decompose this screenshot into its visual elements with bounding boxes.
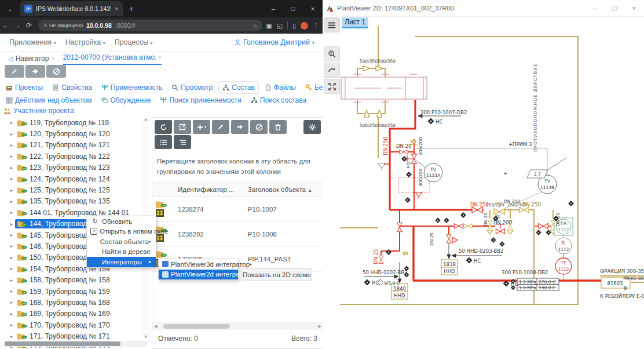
- close-button[interactable]: ×: [303, 5, 323, 12]
- close-button[interactable]: ×: [624, 5, 644, 12]
- settings-button[interactable]: [303, 120, 321, 134]
- tab-search-composition[interactable]: Поиск состава: [247, 94, 310, 106]
- expand-caret-icon[interactable]: ▸: [8, 120, 15, 125]
- tree-item[interactable]: ▸ 123, Трубопровод № 123: [3, 162, 149, 173]
- address-bar[interactable]: ⚠ Не защищено 10.0.0.98 :8080/# ☆: [38, 20, 262, 31]
- tree-item[interactable]: ▸ 120, Трубопровод № 120: [3, 128, 149, 139]
- expand-caret-icon[interactable]: ▸: [8, 143, 15, 148]
- show-on-2d-menu-item[interactable]: Показать на 2D схеме: [241, 268, 312, 281]
- tab-navigator[interactable]: ◁Навигатор×: [8, 54, 55, 65]
- maximize-button[interactable]: □: [283, 5, 303, 12]
- expand-caret-icon[interactable]: ▸: [8, 289, 15, 294]
- context-menu-item[interactable]: ↻ Обновить: [87, 216, 156, 227]
- grid-horizontal-scrollbar[interactable]: ◀▶: [152, 322, 323, 330]
- tab-close-icon[interactable]: ×: [52, 56, 54, 61]
- submenu-item[interactable]: PlantViewer2d интегратор ▸: [159, 270, 238, 280]
- side-panel-icon[interactable]: ▯: [292, 22, 296, 30]
- tab-composition[interactable]: Состав: [218, 81, 259, 94]
- open-in-window-button[interactable]: [174, 120, 191, 134]
- tab-object-actions[interactable]: Действия над объектом: [2, 94, 96, 106]
- rotate-button[interactable]: [324, 63, 340, 78]
- tree-item[interactable]: ▸ 171, Трубопровод № 171: [3, 330, 149, 341]
- tree-item[interactable]: ▸ 122, Трубопровод № 122: [3, 151, 149, 162]
- tree-item[interactable]: ▸ 158, Трубопровод № 158: [3, 274, 149, 285]
- column-header-title[interactable]: Заголовок объекта ▲: [244, 183, 323, 197]
- expand-caret-icon[interactable]: ▸: [8, 243, 15, 249]
- tree-item[interactable]: ▸ 169, Трубопровод № 169: [3, 308, 149, 319]
- tab-discussion[interactable]: Обсуждение: [98, 94, 155, 106]
- expand-caret-icon[interactable]: ▸: [8, 221, 15, 227]
- forward-action-button[interactable]: [25, 65, 45, 78]
- context-menu-item[interactable]: Найти в дереве: [87, 247, 156, 257]
- block-row-button[interactable]: [250, 120, 268, 134]
- expand-caret-icon[interactable]: ▸: [8, 232, 15, 238]
- downloads-icon[interactable]: ▣: [266, 22, 272, 30]
- tree-item[interactable]: ▸ 135, Трубопровод № 135: [3, 196, 149, 207]
- expand-caret-icon[interactable]: ▸: [8, 278, 15, 283]
- menu-applications[interactable]: Приложения ▾: [9, 38, 56, 46]
- tree-horizontal-scrollbar[interactable]: [3, 341, 147, 347]
- browser-tab[interactable]: IP IPS Webinterface 8.0.1.1429 ×: [20, 1, 123, 16]
- add-button[interactable]: ▾: [193, 120, 210, 134]
- expand-caret-icon[interactable]: ▸: [8, 322, 15, 328]
- minimize-button[interactable]: –: [585, 5, 605, 12]
- menu-button[interactable]: [324, 17, 340, 32]
- list-view-button[interactable]: [155, 135, 172, 149]
- expand-caret-icon[interactable]: ▸: [8, 300, 15, 305]
- menu-settings[interactable]: Настройка ▾: [65, 38, 105, 46]
- tab-search-applicability[interactable]: Поиск применяемости: [156, 94, 244, 106]
- tab-applicability[interactable]: Применяемость: [98, 81, 166, 94]
- expand-caret-icon[interactable]: ▸: [8, 311, 15, 317]
- block-button[interactable]: [46, 65, 66, 78]
- expand-caret-icon[interactable]: ▸: [8, 154, 15, 159]
- table-row[interactable]: 1238274 P10-1007: [152, 197, 323, 221]
- tab-close-icon[interactable]: ×: [115, 5, 118, 12]
- reload-button[interactable]: ⟳: [23, 21, 35, 30]
- refresh-button[interactable]: [155, 120, 172, 134]
- compact-view-button[interactable]: [174, 135, 191, 149]
- move-button[interactable]: [231, 120, 248, 134]
- tree-item[interactable]: ▸ 124, Трубопровод № 124: [3, 173, 149, 184]
- tree-item[interactable]: ▸ 170, Трубопровод № 170: [3, 319, 149, 330]
- tab-document[interactable]: 2012-00700 (Установка атмо...×: [63, 53, 162, 65]
- context-menu-item[interactable]: Интеграторы ▸: [87, 257, 156, 267]
- user-menu[interactable]: Голованов Дмитрий ▾: [235, 38, 314, 46]
- context-menu-item[interactable]: ↗ Открыть в новом окне: [87, 227, 156, 237]
- new-tab-button[interactable]: +: [129, 4, 133, 13]
- scroll-up-icon[interactable]: ▲: [144, 117, 148, 121]
- expand-caret-icon[interactable]: ▸: [8, 210, 15, 215]
- context-menu-item[interactable]: Состав объекта ▸: [87, 237, 156, 247]
- expand-caret-icon[interactable]: ▸: [8, 255, 15, 260]
- menu-processes[interactable]: Процессы ▾: [115, 38, 153, 46]
- edit-row-button[interactable]: [212, 120, 229, 134]
- tab-projects[interactable]: Проекты: [2, 81, 46, 94]
- bookmark-star-icon[interactable]: ☆: [253, 23, 258, 29]
- tree-item[interactable]: ▸ 121, Трубопровод № 121: [3, 140, 149, 151]
- tree-item[interactable]: ▸ 159, Трубопровод № 159: [3, 286, 149, 297]
- tab-close-icon[interactable]: ×: [159, 54, 162, 60]
- tab-view[interactable]: Просмотр: [168, 81, 216, 94]
- expand-caret-icon[interactable]: ▸: [8, 165, 15, 170]
- column-header-id[interactable]: Идентификатор ...: [174, 183, 244, 197]
- scrollbar-thumb[interactable]: [163, 324, 230, 329]
- security-badge[interactable]: ⚠ Не защищено: [43, 23, 83, 28]
- expand-caret-icon[interactable]: ▸: [8, 188, 15, 193]
- expand-caret-icon[interactable]: ▸: [8, 132, 15, 137]
- kebab-menu-icon[interactable]: ⋮: [313, 22, 319, 30]
- tree-item[interactable]: ▸ 168, Трубопровод № 168: [3, 297, 149, 308]
- submenu-item[interactable]: PlantViewer3d интегратор ▸: [159, 259, 238, 270]
- zoom-search-button[interactable]: [324, 46, 340, 61]
- expand-caret-icon[interactable]: ▸: [8, 176, 15, 181]
- minimize-button[interactable]: –: [264, 5, 283, 12]
- expand-caret-icon[interactable]: ▸: [8, 334, 15, 339]
- back-button[interactable]: ←: [0, 21, 12, 30]
- delete-button[interactable]: [269, 120, 287, 134]
- dropdown-caret-icon[interactable]: ▾: [204, 125, 207, 129]
- tab-properties[interactable]: Свойства: [49, 81, 96, 94]
- fit-screen-button[interactable]: [324, 79, 340, 94]
- maximize-button[interactable]: □: [605, 5, 624, 12]
- scroll-down-icon[interactable]: ▼: [144, 335, 148, 339]
- project-participants-link[interactable]: Участники проекта: [3, 107, 74, 115]
- tree-item[interactable]: ▸ 119, Трубопровод № 119: [3, 117, 149, 128]
- table-row[interactable]: 1238282 P10-1008: [152, 221, 323, 246]
